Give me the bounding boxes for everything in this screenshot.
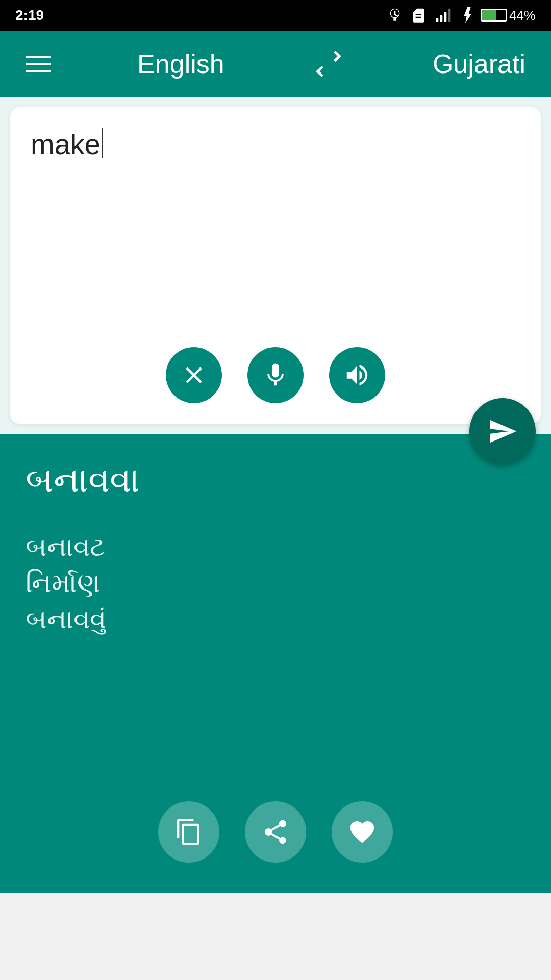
menu-button[interactable] — [26, 56, 51, 72]
alt-translation-2: નિર્માણ — [26, 568, 525, 599]
status-bar: 2:19 44% — [0, 0, 551, 31]
input-box: make — [10, 107, 541, 424]
swap-languages-button[interactable] — [311, 48, 346, 79]
speak-button[interactable] — [329, 347, 385, 403]
alarm-icon — [387, 7, 403, 23]
svg-rect-3 — [448, 9, 450, 22]
toolbar: English Gujarati — [0, 31, 551, 97]
source-language[interactable]: English — [137, 48, 224, 79]
svg-rect-1 — [440, 15, 442, 22]
svg-rect-0 — [436, 18, 438, 22]
clear-button[interactable] — [166, 347, 222, 403]
input-text-display: make — [31, 128, 520, 161]
share-button[interactable] — [245, 801, 306, 863]
sim-icon — [410, 7, 427, 23]
status-icons: 44% — [387, 7, 536, 23]
charging-icon — [461, 7, 473, 23]
target-language[interactable]: Gujarati — [433, 48, 525, 79]
svg-rect-2 — [444, 12, 446, 22]
copy-button[interactable] — [158, 801, 219, 863]
alt-translation-1: બનાવટ — [26, 531, 525, 562]
battery-icon: 44% — [481, 8, 536, 23]
battery-level: 44% — [509, 8, 536, 23]
microphone-button[interactable] — [247, 347, 304, 403]
alt-translation-3: બનાવવું — [26, 604, 525, 635]
signal-icon — [434, 7, 454, 23]
output-section: બનાવવા બનાવટ નિર્માણ બનાવવું — [0, 434, 551, 893]
output-actions — [158, 801, 393, 863]
alternative-translations: બનાવટ નિર્માણ બનાવવું — [26, 531, 525, 635]
input-content: make — [31, 128, 101, 161]
input-actions — [166, 347, 385, 403]
text-cursor — [102, 128, 103, 158]
input-section: make — [0, 97, 551, 434]
translate-button[interactable] — [469, 398, 536, 464]
primary-translation: બનાવવા — [26, 459, 525, 501]
status-time: 2:19 — [15, 7, 44, 23]
favorite-button[interactable] — [332, 801, 393, 863]
